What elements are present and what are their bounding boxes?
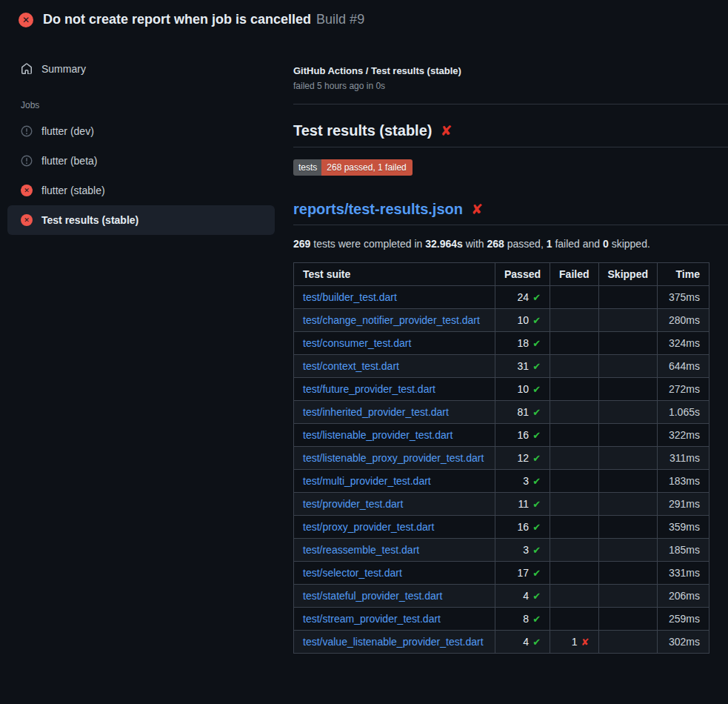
cell-skipped bbox=[598, 447, 657, 470]
cell-skipped bbox=[598, 424, 657, 447]
cell-passed: 8✔ bbox=[495, 608, 550, 631]
cell-failed bbox=[550, 378, 598, 401]
check-icon: ✔ bbox=[532, 545, 541, 556]
header-failed: Failed bbox=[550, 263, 598, 286]
check-icon: ✔ bbox=[532, 522, 541, 533]
neutral-status-icon bbox=[21, 155, 33, 167]
summary-text: passed, bbox=[504, 238, 547, 250]
table-row: test/context_test.dart31✔644ms bbox=[294, 355, 709, 378]
summary-text: tests were completed in bbox=[310, 238, 425, 250]
count-value: 11 bbox=[518, 498, 530, 510]
test-suite-link[interactable]: test/stream_provider_test.dart bbox=[303, 613, 441, 625]
summary-line: 269 tests were completed in 32.964s with… bbox=[293, 238, 728, 250]
cell-time: 359ms bbox=[657, 516, 709, 539]
table-row: test/stream_provider_test.dart8✔259ms bbox=[294, 608, 709, 631]
failed-count: 1 bbox=[547, 238, 552, 250]
check-icon: ✔ bbox=[532, 614, 541, 625]
section-heading: Test results (stable) ✘ bbox=[293, 122, 728, 147]
count-value: 31 bbox=[518, 360, 530, 372]
cell-failed bbox=[550, 401, 598, 424]
jobs-section-label: Jobs bbox=[21, 100, 281, 110]
test-suite-link[interactable]: test/selector_test.dart bbox=[303, 567, 402, 579]
sidebar-summary-label: Summary bbox=[41, 63, 86, 75]
cell-failed bbox=[550, 309, 598, 332]
count-value: 1 bbox=[572, 636, 578, 648]
test-suite-link[interactable]: test/change_notifier_provider_test.dart bbox=[303, 314, 480, 326]
test-suite-link[interactable]: test/reassemble_test.dart bbox=[303, 544, 419, 556]
test-suite-link[interactable]: test/builder_test.dart bbox=[303, 291, 397, 303]
table-row: test/proxy_provider_test.dart16✔359ms bbox=[294, 516, 709, 539]
test-suite-link[interactable]: test/stateful_provider_test.dart bbox=[303, 590, 442, 602]
build-number: Build #9 bbox=[316, 12, 364, 27]
cell-passed: 81✔ bbox=[495, 401, 550, 424]
cell-passed: 17✔ bbox=[495, 562, 550, 585]
sidebar-job-flutter-stable[interactable]: ✕ flutter (stable) bbox=[7, 176, 275, 205]
header-skipped: Skipped bbox=[598, 263, 657, 286]
test-results-table: Test suite Passed Failed Skipped Time te… bbox=[293, 262, 709, 654]
job-label: flutter (dev) bbox=[41, 125, 94, 137]
cell-test-suite: test/stateful_provider_test.dart bbox=[294, 585, 495, 608]
cell-time: 272ms bbox=[657, 378, 709, 401]
summary-text: skipped. bbox=[609, 238, 650, 250]
count-value: 81 bbox=[518, 406, 530, 418]
count-value: 16 bbox=[518, 521, 530, 533]
sidebar-item-summary[interactable]: Summary bbox=[7, 58, 274, 80]
failed-cross-icon: ✘ bbox=[471, 202, 483, 216]
cell-test-suite: test/proxy_provider_test.dart bbox=[294, 516, 495, 539]
report-file-link[interactable]: reports/test-results.json bbox=[293, 201, 463, 218]
total-count: 269 bbox=[293, 238, 310, 250]
breadcrumb: GitHub Actions / Test results (stable) bbox=[293, 65, 728, 76]
check-icon: ✔ bbox=[532, 499, 541, 510]
count-value: 12 bbox=[518, 452, 530, 464]
cell-passed: 24✔ bbox=[495, 286, 550, 309]
cell-time: 185ms bbox=[657, 539, 709, 562]
sidebar-job-flutter-beta[interactable]: ✕ flutter (beta) bbox=[7, 146, 275, 176]
test-suite-link[interactable]: test/future_provider_test.dart bbox=[303, 383, 435, 395]
cell-skipped bbox=[598, 516, 657, 539]
header-test-suite: Test suite bbox=[294, 263, 495, 286]
check-icon: ✔ bbox=[532, 591, 541, 602]
count-value: 10 bbox=[518, 314, 530, 326]
test-suite-link[interactable]: test/inherited_provider_test.dart bbox=[303, 406, 449, 418]
check-icon: ✔ bbox=[532, 384, 541, 395]
cell-time: 331ms bbox=[657, 562, 709, 585]
check-icon: ✔ bbox=[532, 453, 541, 464]
cell-passed: 10✔ bbox=[495, 378, 550, 401]
cell-failed bbox=[550, 516, 598, 539]
cell-skipped bbox=[598, 286, 657, 309]
sidebar-job-test-results-stable[interactable]: ✕ Test results (stable) bbox=[7, 205, 275, 235]
cell-failed bbox=[550, 493, 598, 516]
test-suite-link[interactable]: test/listenable_proxy_provider_test.dart bbox=[303, 452, 484, 464]
cell-time: 206ms bbox=[657, 585, 709, 608]
cell-time: 375ms bbox=[657, 286, 709, 309]
cell-skipped bbox=[598, 493, 657, 516]
cross-icon: ✘ bbox=[581, 637, 590, 648]
cell-failed bbox=[550, 355, 598, 378]
table-row: test/future_provider_test.dart10✔272ms bbox=[294, 378, 709, 401]
failed-status-icon: ✕ bbox=[21, 214, 33, 226]
table-row: test/listenable_provider_test.dart16✔322… bbox=[294, 424, 709, 447]
sidebar-job-flutter-dev[interactable]: ✕ flutter (dev) bbox=[7, 116, 275, 146]
test-suite-link[interactable]: test/proxy_provider_test.dart bbox=[303, 521, 434, 533]
cell-test-suite: test/selector_test.dart bbox=[294, 562, 495, 585]
job-label: flutter (beta) bbox=[41, 155, 97, 167]
failed-cross-icon: ✘ bbox=[440, 124, 452, 138]
cell-passed: 4✔ bbox=[495, 585, 550, 608]
tests-badge: tests 268 passed, 1 failed bbox=[293, 159, 413, 176]
cell-test-suite: test/provider_test.dart bbox=[294, 493, 495, 516]
count-value: 4 bbox=[523, 590, 529, 602]
job-label: Test results (stable) bbox=[41, 214, 138, 226]
test-suite-link[interactable]: test/provider_test.dart bbox=[303, 498, 403, 510]
test-suite-link[interactable]: test/context_test.dart bbox=[303, 360, 399, 372]
cell-passed: 16✔ bbox=[495, 424, 550, 447]
check-run-title: Do not create report when job is cancell… bbox=[43, 12, 311, 27]
cell-skipped bbox=[598, 631, 657, 654]
header-passed: Passed bbox=[495, 263, 550, 286]
cell-time: 183ms bbox=[657, 470, 709, 493]
test-suite-link[interactable]: test/listenable_provider_test.dart bbox=[303, 429, 453, 441]
test-suite-link[interactable]: test/value_listenable_provider_test.dart bbox=[303, 636, 484, 648]
cell-skipped bbox=[598, 608, 657, 631]
table-header-row: Test suite Passed Failed Skipped Time bbox=[294, 263, 709, 286]
test-suite-link[interactable]: test/consumer_test.dart bbox=[303, 337, 411, 349]
test-suite-link[interactable]: test/multi_provider_test.dart bbox=[303, 475, 431, 487]
